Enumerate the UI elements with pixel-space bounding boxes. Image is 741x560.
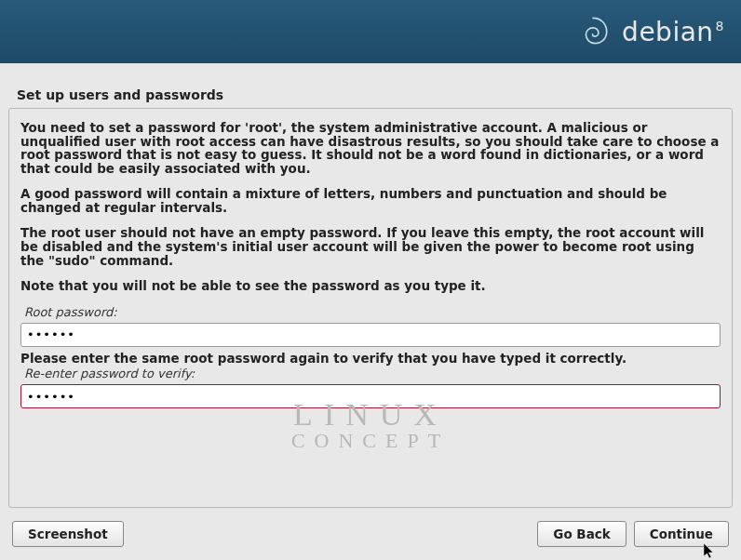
verify-prompt: Please enter the same root password agai… bbox=[20, 352, 721, 366]
button-bar: Screenshot Go Back Continue bbox=[0, 508, 741, 556]
root-password-label: Root password: bbox=[20, 305, 721, 319]
watermark-line2: CONCEPT bbox=[291, 429, 450, 453]
brand-text: debian8 bbox=[622, 17, 724, 47]
page-title: Set up users and passwords bbox=[0, 63, 741, 108]
continue-button[interactable]: Continue bbox=[634, 521, 729, 547]
intro-paragraph-4: Note that you will not be able to see th… bbox=[20, 279, 721, 293]
root-password-input[interactable] bbox=[20, 323, 721, 347]
intro-paragraph-1: You need to set a password for 'root', t… bbox=[20, 121, 721, 175]
debian-swirl-icon bbox=[573, 12, 613, 51]
screenshot-button[interactable]: Screenshot bbox=[12, 521, 124, 547]
intro-paragraph-2: A good password will contain a mixture o… bbox=[20, 187, 721, 214]
brand-version: 8 bbox=[716, 19, 724, 33]
go-back-button[interactable]: Go Back bbox=[537, 521, 626, 547]
content-panel: You need to set a password for 'root', t… bbox=[8, 108, 733, 508]
intro-paragraph-3: The root user should not have an empty p… bbox=[20, 226, 721, 267]
verify-password-input[interactable] bbox=[20, 384, 721, 408]
header-banner: debian8 bbox=[0, 0, 741, 63]
verify-password-label: Re-enter password to verify: bbox=[20, 367, 721, 380]
